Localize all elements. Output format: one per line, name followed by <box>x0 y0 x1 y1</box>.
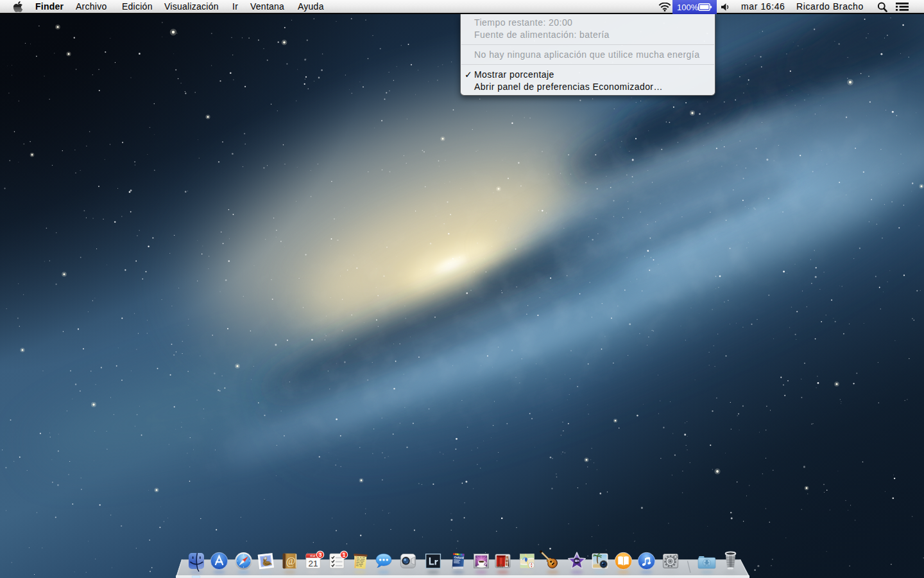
svg-text:1: 1 <box>343 552 346 558</box>
svg-text:21: 21 <box>308 559 318 568</box>
svg-text:iCal: iCal <box>310 554 315 557</box>
svg-text:Oxford: Oxford <box>454 556 464 559</box>
svg-text:3: 3 <box>319 552 322 558</box>
svg-text:@: @ <box>286 555 295 567</box>
